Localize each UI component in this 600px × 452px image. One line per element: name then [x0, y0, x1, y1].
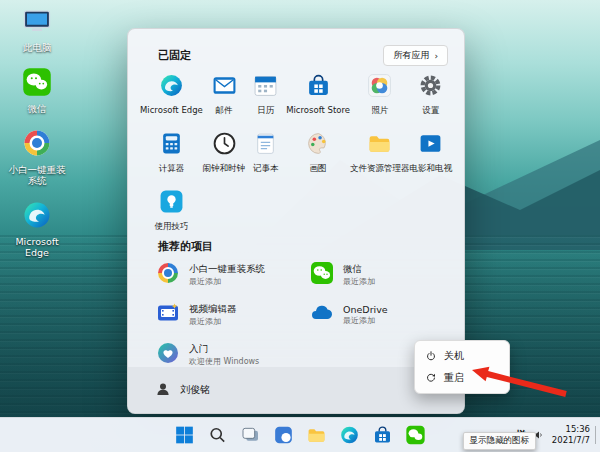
app-label: 计算器: [159, 163, 185, 175]
power-icon: [425, 350, 437, 362]
file-explorer-button[interactable]: [305, 423, 329, 447]
recommended-title: 微信: [343, 263, 375, 276]
pinned-header-label: 已固定: [158, 48, 191, 63]
xiaobai-icon: [22, 128, 52, 162]
desktop-icon-label: 此电脑: [23, 43, 52, 54]
tray-date: 2021/7/7: [552, 435, 590, 446]
pinned-app-calculator[interactable]: 计算器: [140, 127, 203, 179]
tips-bulb-icon: [159, 189, 184, 218]
video-editor-icon: [156, 301, 180, 329]
photos-icon: [367, 73, 392, 102]
shutdown-label: 关机: [444, 349, 464, 363]
desktop-icon-column: 此电脑 微信 小白一键重装系统 Microsoft Edge: [4, 6, 70, 259]
recommended-item-wechat[interactable]: 微信最近添加: [300, 257, 446, 293]
recommended-title: 入门: [189, 343, 259, 356]
app-label: 记事本: [253, 163, 279, 175]
paint-icon: [306, 131, 331, 160]
task-view-button[interactable]: [239, 423, 263, 447]
movies-icon: [418, 131, 443, 160]
recommended-item-video-editor[interactable]: 视频编辑器最近添加: [146, 297, 292, 333]
desktop-icon-wechat[interactable]: 微信: [4, 67, 70, 115]
show-hidden-icons-tooltip: 显示隐藏的图标: [463, 432, 537, 450]
start-button[interactable]: [173, 423, 197, 447]
user-profile-button[interactable]: 刘俊铭: [154, 380, 210, 400]
edge-icon: [22, 200, 52, 234]
taskbar: ∧ 拼 15:36 2021/7/7 显示隐藏的图标: [0, 417, 600, 452]
all-apps-label: 所有应用: [393, 49, 429, 62]
annotation-arrow: [466, 354, 574, 402]
app-label: 日历: [257, 105, 274, 117]
pinned-section-header: 已固定 所有应用 ›: [158, 45, 448, 66]
all-apps-button[interactable]: 所有应用 ›: [383, 45, 448, 66]
pinned-app-file-explorer[interactable]: 文件资源管理器: [350, 127, 410, 179]
wechat-icon: [22, 67, 52, 101]
search-icon: [208, 425, 228, 445]
wechat-taskbar-button[interactable]: [404, 423, 428, 447]
task-view-icon: [241, 425, 261, 445]
app-label: Microsoft Store: [286, 105, 350, 115]
pinned-app-tips[interactable]: 使用技巧: [140, 185, 203, 237]
pinned-app-mail[interactable]: 邮件: [203, 69, 246, 121]
calendar-icon: [253, 73, 278, 102]
desktop-icon-label: 小白一键重装系统: [4, 165, 70, 187]
desktop: 此电脑 微信 小白一键重装系统 Microsoft Edge 已固定 所有应用 …: [0, 0, 600, 452]
pinned-app-calendar[interactable]: 日历: [245, 69, 286, 121]
app-label: 使用技巧: [154, 221, 188, 233]
pinned-app-edge[interactable]: Microsoft Edge: [140, 69, 203, 121]
pinned-app-settings[interactable]: 设置: [410, 69, 453, 121]
desktop-icon-label: Microsoft Edge: [4, 237, 70, 259]
windows-logo-icon: [175, 425, 195, 445]
app-label: 画图: [310, 163, 327, 175]
recommended-title: OneDrive: [343, 304, 388, 315]
recommended-header-label: 推荐的项目: [158, 240, 213, 253]
xiaobai-icon: [156, 261, 180, 289]
clock-icon: [212, 131, 237, 160]
folder-icon: [367, 131, 392, 160]
get-started-icon: [156, 341, 180, 369]
edge-icon: [340, 425, 360, 445]
recommended-grid: 小白一键重装系统最近添加 微信最近添加 视频编辑器最近添加 OneDrive最近…: [146, 257, 446, 373]
show-desktop-button[interactable]: [595, 426, 598, 444]
app-label: 电影和电视: [410, 163, 453, 175]
recommended-item-xiaobai[interactable]: 小白一键重装系统最近添加: [146, 257, 292, 293]
user-name: 刘俊铭: [180, 383, 210, 397]
restart-label: 重启: [444, 371, 464, 385]
this-pc-icon: [22, 6, 52, 40]
settings-gear-icon: [418, 73, 443, 102]
user-avatar-icon: [154, 380, 172, 400]
store-button[interactable]: [371, 423, 395, 447]
clock[interactable]: 15:36 2021/7/7: [552, 424, 590, 446]
pinned-app-store[interactable]: Microsoft Store: [286, 69, 350, 121]
widgets-button[interactable]: [272, 423, 296, 447]
app-label: 设置: [422, 105, 439, 117]
search-button[interactable]: [206, 423, 230, 447]
taskbar-center-icons: [173, 418, 428, 452]
edge-button[interactable]: [338, 423, 362, 447]
wechat-icon: [310, 261, 334, 289]
app-label: 邮件: [216, 105, 233, 117]
store-icon: [373, 425, 393, 445]
recommended-subtitle: 最近添加: [189, 276, 265, 287]
pinned-app-paint[interactable]: 画图: [286, 127, 350, 179]
recommended-item-onedrive[interactable]: OneDrive最近添加: [300, 297, 446, 333]
recommended-subtitle: 最近添加: [343, 315, 388, 326]
pinned-app-movies-tv[interactable]: 电影和电视: [410, 127, 453, 179]
store-icon: [306, 73, 331, 102]
app-label: Microsoft Edge: [140, 105, 203, 115]
folder-icon: [307, 425, 327, 445]
pinned-app-notepad[interactable]: 记事本: [245, 127, 286, 179]
app-label: 闹钟和时钟: [203, 163, 246, 175]
desktop-icon-edge[interactable]: Microsoft Edge: [4, 200, 70, 259]
pinned-app-photos[interactable]: 照片: [350, 69, 410, 121]
recommended-subtitle: 最近添加: [343, 276, 375, 287]
recommended-title: 小白一键重装系统: [189, 263, 265, 276]
tray-time: 15:36: [566, 424, 591, 435]
mail-icon: [212, 73, 237, 102]
pinned-app-alarms-clock[interactable]: 闹钟和时钟: [203, 127, 246, 179]
app-label: 文件资源管理器: [350, 163, 410, 175]
recommended-title: 视频编辑器: [189, 303, 237, 316]
recommended-section-header: 推荐的项目: [158, 235, 213, 254]
desktop-icon-xiaobai[interactable]: 小白一键重装系统: [4, 128, 70, 187]
desktop-icon-label: 微信: [28, 104, 47, 115]
desktop-icon-this-pc[interactable]: 此电脑: [4, 6, 70, 54]
